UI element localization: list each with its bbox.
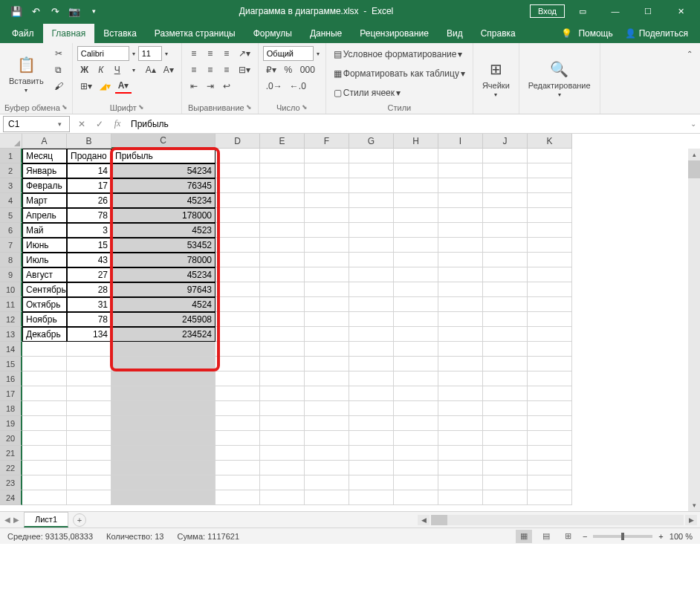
cell[interactable]: [528, 357, 572, 371]
tab-page-layout[interactable]: Разметка страницы: [146, 24, 244, 43]
row-header[interactable]: 13: [0, 327, 22, 342]
zoom-level[interactable]: 100 %: [670, 532, 693, 541]
cell[interactable]: [349, 371, 394, 386]
cell[interactable]: [394, 312, 438, 327]
cell[interactable]: [438, 401, 483, 416]
save-icon[interactable]: 💾: [7, 2, 25, 20]
cell[interactable]: [215, 490, 260, 505]
zoom-in-button[interactable]: +: [658, 532, 663, 541]
cell[interactable]: [528, 149, 572, 163]
cell[interactable]: [394, 401, 438, 416]
cell[interactable]: [528, 401, 572, 416]
ribbon-options-icon[interactable]: ▭: [568, 0, 597, 22]
cell[interactable]: [215, 416, 260, 431]
cell[interactable]: [349, 490, 394, 505]
cell[interactable]: [260, 312, 305, 327]
orientation-icon[interactable]: ↗▾: [236, 46, 253, 61]
zoom-out-button[interactable]: −: [583, 532, 587, 541]
cell[interactable]: [305, 253, 349, 267]
cell[interactable]: [483, 267, 528, 282]
cells-area[interactable]: МесяцПроданоПрибыльЯнварь1454234Февраль1…: [22, 149, 572, 505]
format-as-table-button[interactable]: ▦ Форматировать как таблицу ▾: [331, 65, 468, 82]
cell[interactable]: [394, 282, 438, 297]
column-header[interactable]: J: [483, 134, 528, 149]
cell[interactable]: [483, 193, 528, 208]
cut-icon[interactable]: ✂: [51, 46, 66, 61]
cell[interactable]: [349, 386, 394, 401]
cell[interactable]: [438, 416, 483, 431]
cell[interactable]: [22, 461, 67, 475]
cell[interactable]: [260, 475, 305, 490]
cell[interactable]: [67, 461, 111, 475]
qat-customize-icon[interactable]: ▾: [85, 2, 103, 20]
increase-decimal-icon[interactable]: .0→: [263, 79, 285, 94]
cell[interactable]: [260, 461, 305, 475]
cell[interactable]: [260, 253, 305, 267]
column-header[interactable]: A: [22, 134, 67, 149]
cell[interactable]: [349, 475, 394, 490]
align-left-icon[interactable]: ≡: [187, 62, 201, 77]
row-header[interactable]: 24: [0, 490, 22, 505]
cell[interactable]: [305, 386, 349, 401]
cell[interactable]: [111, 386, 215, 401]
cell[interactable]: [349, 163, 394, 178]
cell[interactable]: [394, 253, 438, 267]
cell[interactable]: [483, 253, 528, 267]
cell[interactable]: 14: [67, 163, 111, 178]
cell[interactable]: [349, 446, 394, 461]
cell[interactable]: [22, 401, 67, 416]
login-button[interactable]: Вход: [530, 4, 565, 18]
row-header[interactable]: 12: [0, 312, 22, 327]
cell[interactable]: [305, 490, 349, 505]
tab-formulas[interactable]: Формулы: [244, 24, 301, 43]
cell[interactable]: 245908: [111, 312, 215, 327]
sheet-nav-prev-icon[interactable]: ◀: [4, 516, 10, 524]
cell[interactable]: [260, 149, 305, 163]
cell[interactable]: [394, 193, 438, 208]
cell[interactable]: [260, 163, 305, 178]
cell[interactable]: [528, 267, 572, 282]
row-header[interactable]: 9: [0, 267, 22, 282]
cell[interactable]: [305, 297, 349, 312]
cell[interactable]: [260, 178, 305, 193]
cell[interactable]: [349, 208, 394, 223]
cell[interactable]: [111, 357, 215, 371]
borders-icon[interactable]: ⊞▾: [77, 79, 95, 94]
cell[interactable]: [483, 208, 528, 223]
cell[interactable]: [483, 297, 528, 312]
cell[interactable]: [438, 223, 483, 238]
normal-view-icon[interactable]: ▦: [516, 530, 532, 543]
cell[interactable]: [215, 282, 260, 297]
cell[interactable]: [483, 327, 528, 342]
cell[interactable]: [67, 386, 111, 401]
cell[interactable]: [260, 238, 305, 253]
decrease-font-icon[interactable]: A▾: [161, 62, 177, 77]
dialog-launcher-icon[interactable]: ⬊: [138, 103, 144, 112]
cell[interactable]: [438, 282, 483, 297]
expand-formula-bar-icon[interactable]: ⌄: [687, 120, 700, 128]
cell[interactable]: [67, 446, 111, 461]
row-header[interactable]: 14: [0, 342, 22, 357]
cell[interactable]: [528, 490, 572, 505]
cell[interactable]: [483, 371, 528, 386]
cell[interactable]: [483, 475, 528, 490]
cell[interactable]: [528, 386, 572, 401]
cell[interactable]: [260, 446, 305, 461]
cell[interactable]: [394, 178, 438, 193]
cell[interactable]: [528, 431, 572, 446]
cell[interactable]: [483, 178, 528, 193]
cell[interactable]: [483, 163, 528, 178]
cell[interactable]: [215, 461, 260, 475]
row-header[interactable]: 2: [0, 163, 22, 178]
column-header[interactable]: B: [67, 134, 111, 149]
tab-home[interactable]: Главная: [43, 24, 95, 43]
column-header[interactable]: H: [394, 134, 438, 149]
cell[interactable]: [215, 446, 260, 461]
cell[interactable]: [111, 490, 215, 505]
cell[interactable]: [438, 163, 483, 178]
cell[interactable]: [22, 371, 67, 386]
cell[interactable]: [305, 312, 349, 327]
cell[interactable]: [483, 149, 528, 163]
cell[interactable]: [260, 327, 305, 342]
cell[interactable]: [67, 416, 111, 431]
